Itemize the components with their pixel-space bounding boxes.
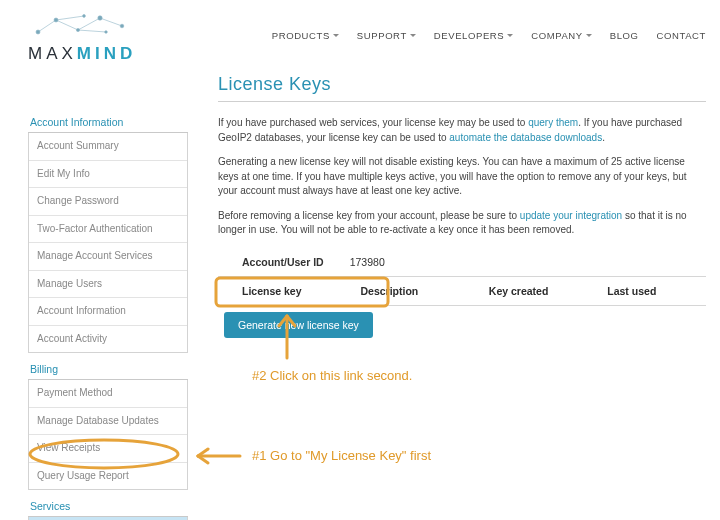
divider (218, 305, 706, 306)
logo-text: MAXMIND (28, 44, 136, 64)
divider (218, 101, 706, 102)
svg-line-4 (56, 16, 84, 20)
svg-point-6 (36, 30, 40, 34)
account-id-label: Account/User ID (242, 256, 324, 268)
account-id-row: Account/User ID173980 (218, 248, 706, 276)
svg-point-7 (54, 18, 58, 22)
sidebar-item-account-info[interactable]: Account Information (29, 297, 187, 325)
nav-blog[interactable]: BLOG (610, 30, 639, 41)
nav-developers[interactable]: DEVELOPERS (434, 30, 513, 41)
svg-point-9 (83, 15, 86, 18)
chevron-down-icon (333, 34, 339, 37)
svg-line-5 (78, 30, 106, 32)
svg-line-2 (78, 18, 100, 30)
sidebar-item-receipts[interactable]: View Receipts (29, 434, 187, 462)
svg-line-3 (100, 18, 122, 26)
sidebar-item-account-summary[interactable]: Account Summary (29, 133, 187, 160)
nav-company[interactable]: COMPANY (531, 30, 592, 41)
top-nav: PRODUCTS SUPPORT DEVELOPERS COMPANY BLOG… (272, 18, 706, 41)
sidebar-item-manage-services[interactable]: Manage Account Services (29, 242, 187, 270)
col-license-key: License key (242, 285, 360, 297)
sidebar-item-edit-info[interactable]: Edit My Info (29, 160, 187, 188)
col-last-used: Last used (607, 285, 706, 297)
col-created: Key created (489, 285, 607, 297)
sidebar-group-services: Services (28, 496, 188, 517)
svg-line-1 (56, 20, 78, 30)
link-update-integration[interactable]: update your integration (520, 210, 622, 221)
logo-graphic (28, 18, 138, 44)
link-automate-downloads[interactable]: automate the database downloads (449, 132, 602, 143)
nav-support[interactable]: SUPPORT (357, 30, 416, 41)
svg-line-0 (38, 20, 56, 32)
sidebar-item-2fa[interactable]: Two-Factor Authentication (29, 215, 187, 243)
sidebar-item-payment[interactable]: Payment Method (29, 380, 187, 407)
col-description: Description (360, 285, 488, 297)
sidebar-item-usage-report[interactable]: Query Usage Report (29, 462, 187, 490)
generate-license-key-button[interactable]: Generate new license key (224, 312, 373, 338)
account-id-value: 173980 (350, 256, 385, 268)
license-table-header: License key Description Key created Last… (218, 277, 706, 305)
intro-text: If you have purchased web services, your… (218, 116, 706, 238)
sidebar-group-billing: Billing (28, 359, 188, 380)
sidebar-item-change-password[interactable]: Change Password (29, 187, 187, 215)
sidebar-item-account-activity[interactable]: Account Activity (29, 325, 187, 353)
sidebar: Account Information Account Summary Edit… (28, 70, 188, 520)
page-title: License Keys (218, 74, 706, 95)
nav-products[interactable]: PRODUCTS (272, 30, 339, 41)
sidebar-item-manage-users[interactable]: Manage Users (29, 270, 187, 298)
chevron-down-icon (410, 34, 416, 37)
chevron-down-icon (586, 34, 592, 37)
sidebar-group-account: Account Information (28, 112, 188, 133)
svg-point-8 (76, 28, 79, 31)
svg-point-11 (105, 31, 108, 34)
svg-point-10 (98, 16, 102, 20)
nav-contact[interactable]: CONTACT (657, 30, 706, 41)
link-query-them[interactable]: query them (528, 117, 578, 128)
sidebar-item-db-updates[interactable]: Manage Database Updates (29, 407, 187, 435)
svg-point-12 (120, 24, 124, 28)
chevron-down-icon (507, 34, 513, 37)
logo[interactable]: MAXMIND (28, 18, 138, 64)
